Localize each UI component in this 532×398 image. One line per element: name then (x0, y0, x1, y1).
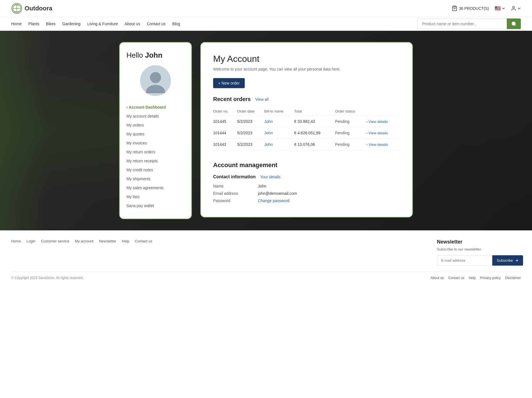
sidebar-nav: Account DashboardMy account detailsMy or… (126, 103, 185, 210)
sidebar-nav-item[interactable]: My sales agreements (126, 183, 185, 192)
email-row: Email address john@demoemail.com (213, 191, 400, 196)
table-row: 101443 5/2/2023 John € 13.076,06 Pending… (213, 139, 400, 150)
name-value: John (258, 184, 266, 188)
table-row: 101444 5/2/2023 John € 4.626.051,99 Pend… (213, 127, 400, 139)
sidebar-nav-item[interactable]: My return receipts (126, 156, 185, 165)
view-details-cell[interactable]: View details (366, 139, 400, 150)
language-selector[interactable]: 🇺🇸 (495, 5, 505, 11)
orders-table: Order no. Order date Bill-to name Total … (213, 107, 400, 150)
footer-top: HomeLoginCustomer serviceMy accountNewsl… (11, 239, 521, 271)
view-details-link[interactable]: View details (366, 120, 388, 124)
order-date: 5/2/2023 (237, 127, 264, 139)
footer-link[interactable]: My account (75, 239, 93, 243)
footer-bottom-link[interactable]: Contact us (448, 276, 464, 280)
nav-bar: HomePlantsBikesGardeningLiving & Furnitu… (0, 17, 532, 31)
footer-link[interactable]: Contact us (135, 239, 152, 243)
user-menu[interactable] (511, 6, 521, 11)
newsletter-title: Newsletter (437, 239, 521, 245)
footer-link[interactable]: Newsletter (99, 239, 116, 243)
order-date: 5/2/2023 (237, 139, 264, 150)
account-management-title: Account management (213, 161, 400, 169)
footer-bottom-link[interactable]: About us (430, 276, 444, 280)
avatar-container (126, 65, 185, 96)
footer-link[interactable]: Customer service (41, 239, 69, 243)
search-button[interactable] (507, 18, 521, 29)
nav-link-home[interactable]: Home (11, 17, 22, 31)
sidebar-nav-item[interactable]: My credit notes (126, 165, 185, 174)
logo-icon (11, 3, 22, 14)
svg-point-8 (146, 85, 165, 93)
new-order-button[interactable]: + New order (213, 78, 245, 88)
recent-orders-header: Recent orders View all (213, 96, 400, 102)
your-details-link[interactable]: Your details (260, 175, 281, 179)
name-row: Name John (213, 184, 400, 188)
search-input[interactable] (417, 18, 507, 29)
nav-link-contact[interactable]: Contact us (147, 17, 166, 31)
svg-point-5 (513, 6, 515, 8)
flag-icon: 🇺🇸 (495, 5, 501, 11)
password-row: Password Change password (213, 198, 400, 203)
copyright: © Copyright 2023 SanaStore. All rights r… (11, 276, 84, 280)
sidebar-nav-item[interactable]: Account Dashboard (126, 103, 185, 112)
sidebar-nav-item[interactable]: My lists (126, 192, 185, 201)
logo[interactable]: Outdoora (11, 3, 52, 14)
nav-link-bikes[interactable]: Bikes (46, 17, 55, 31)
sidebar-nav-item[interactable]: Sana pay wallet (126, 201, 185, 210)
recent-orders-title: Recent orders (213, 96, 251, 102)
order-status: Pending (335, 127, 366, 139)
name-label: Name (213, 184, 258, 188)
nav-link-plants[interactable]: Plants (28, 17, 39, 31)
nav-link-blog[interactable]: Blog (172, 17, 180, 31)
footer-link[interactable]: Home (11, 239, 21, 243)
newsletter-subtitle: Subscribe to our newsletter. (437, 247, 521, 251)
search-bar (417, 18, 521, 29)
sidebar-nav-item[interactable]: My account details (126, 112, 185, 121)
newsletter-section: Newsletter Subscribe to our newsletter. … (437, 239, 521, 266)
view-details-cell[interactable]: View details (366, 116, 400, 127)
brand-name: Outdoora (25, 5, 52, 12)
password-label: Password (213, 198, 258, 203)
email-label: Email address (213, 191, 258, 196)
footer-link[interactable]: Help (122, 239, 130, 243)
nav-link-about[interactable]: About us (125, 17, 140, 31)
footer-bottom-link[interactable]: Help (469, 276, 476, 280)
contact-info-section: Contact information Your details Name Jo… (213, 174, 400, 203)
col-order-date: Order date (237, 107, 264, 116)
order-no: 101445 (213, 116, 237, 127)
sidebar-nav-item[interactable]: My invoices (126, 139, 185, 148)
change-password-link[interactable]: Change password (258, 198, 289, 203)
svg-point-7 (150, 72, 161, 83)
cart-button[interactable]: 36 PRODUCT(S) (452, 6, 489, 11)
sidebar-nav-item[interactable]: My orders (126, 121, 185, 130)
nav-links: HomePlantsBikesGardeningLiving & Furnitu… (11, 17, 409, 31)
page-title: My Account (213, 54, 400, 64)
footer-bottom-link[interactable]: Disclaimer (505, 276, 521, 280)
email-input[interactable] (437, 255, 492, 266)
nav-link-gardening[interactable]: Gardening (62, 17, 81, 31)
plant-decoration (0, 31, 50, 230)
subscribe-button[interactable]: Subscribe (492, 255, 523, 266)
bill-to-name: John (264, 127, 294, 139)
chevron-down-icon (502, 7, 505, 10)
nav-link-living[interactable]: Living & Furniture (87, 17, 118, 31)
footer: HomeLoginCustomer serviceMy accountNewsl… (0, 230, 532, 284)
user-icon (511, 6, 516, 11)
view-details-link[interactable]: View details (366, 142, 388, 147)
view-details-link[interactable]: View details (366, 131, 388, 135)
view-details-cell[interactable]: View details (366, 127, 400, 139)
user-greeting-name: John (145, 51, 162, 59)
cart-icon (452, 6, 457, 11)
footer-link[interactable]: Login (27, 239, 36, 243)
order-total: € 4.626.051,99 (294, 127, 335, 139)
col-status: Order status (335, 107, 366, 116)
order-status: Pending (335, 116, 366, 127)
sidebar-nav-item[interactable]: My quotes (126, 130, 185, 139)
sidebar-nav-item[interactable]: My shipments (126, 174, 185, 183)
view-all-link[interactable]: View all (255, 97, 269, 102)
footer-bottom-link[interactable]: Privacy policy (480, 276, 501, 280)
arrow-right-icon (515, 259, 519, 263)
svg-point-6 (512, 22, 515, 25)
bill-to-name: John (264, 139, 294, 150)
avatar (140, 65, 171, 96)
sidebar-nav-item[interactable]: My return orders (126, 148, 185, 156)
